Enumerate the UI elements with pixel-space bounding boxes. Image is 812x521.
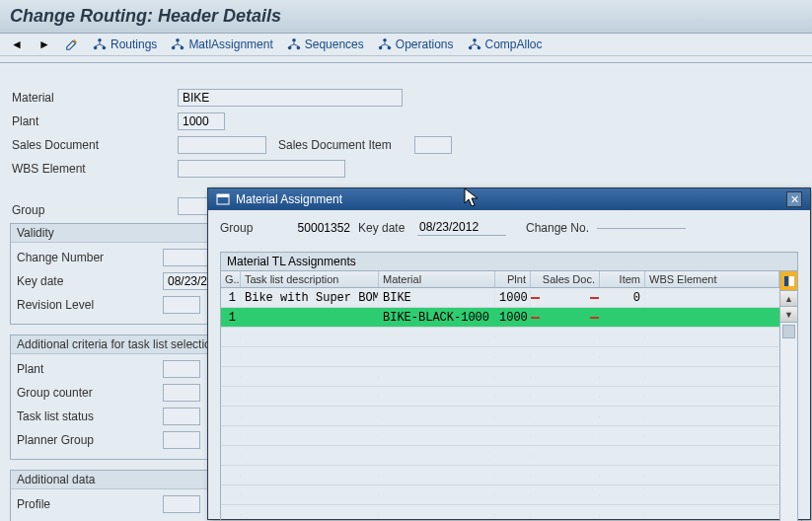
plant-label: Plant xyxy=(10,114,178,128)
planner-group-field[interactable] xyxy=(163,431,200,449)
configure-columns-button[interactable] xyxy=(780,271,797,291)
col-plnt[interactable]: Plnt xyxy=(495,271,531,287)
modal-keydate-label: Key date xyxy=(358,221,409,235)
sales-doc-field[interactable] xyxy=(178,136,266,154)
comp-alloc-label: CompAlloc xyxy=(485,37,543,51)
nav-forward-button[interactable]: ► xyxy=(37,37,51,51)
material-field[interactable] xyxy=(178,89,403,107)
table-row[interactable]: 1BIKE-BLACK-10001000 xyxy=(221,308,779,328)
group-label: Group xyxy=(10,203,178,217)
table-row-empty[interactable] xyxy=(221,505,779,521)
table-row-empty[interactable] xyxy=(221,407,779,426)
svg-point-9 xyxy=(383,38,387,42)
app-toolbar: ◄ ► Routings MatlAssignment Sequences Op… xyxy=(0,34,812,56)
scroll-down-button[interactable]: ▼ xyxy=(780,307,797,323)
ac-plant-label: Plant xyxy=(15,362,163,376)
grid-sidebar: ▲ ▼ xyxy=(780,271,798,521)
sales-doc-item-field[interactable] xyxy=(414,136,452,154)
table-row-empty[interactable] xyxy=(221,485,779,505)
svg-point-12 xyxy=(473,38,477,42)
wbs-field[interactable] xyxy=(178,160,345,178)
table-row[interactable]: 1Bike with Super BOMBIKE10000 xyxy=(221,288,779,308)
svg-point-3 xyxy=(177,38,181,42)
svg-point-7 xyxy=(288,46,292,50)
hierarchy-icon xyxy=(287,37,301,51)
cell-material[interactable]: BIKE xyxy=(379,290,495,306)
col-wbs[interactable]: WBS Element xyxy=(645,271,779,287)
svg-point-14 xyxy=(477,46,480,50)
plant-field[interactable] xyxy=(178,112,225,130)
modal-changeno-label: Change No. xyxy=(526,221,589,235)
nav-back-button[interactable]: ◄ xyxy=(10,37,24,51)
profile-field[interactable] xyxy=(163,495,200,513)
svg-point-10 xyxy=(379,46,383,50)
ac-plant-field[interactable] xyxy=(163,360,200,378)
table-row-empty[interactable] xyxy=(221,328,779,347)
dialog-close-button[interactable]: ✕ xyxy=(786,191,802,207)
routings-button[interactable]: Routings xyxy=(93,37,157,51)
page-title: Change Routing: Header Details xyxy=(0,0,812,34)
material-assignment-dialog: Material Assignment ✕ Group 50001352 Key… xyxy=(207,187,811,520)
group-counter-field[interactable] xyxy=(163,384,200,402)
f4-help-button[interactable] xyxy=(644,318,645,319)
planner-group-label: Planner Group xyxy=(15,433,163,447)
hierarchy-icon xyxy=(171,37,185,51)
cell-wbs[interactable] xyxy=(645,317,779,319)
cell-plnt[interactable]: 1000 xyxy=(495,310,531,326)
svg-rect-16 xyxy=(217,194,229,197)
cell-desc[interactable] xyxy=(241,317,379,319)
svg-point-2 xyxy=(103,46,107,50)
svg-point-1 xyxy=(94,46,98,50)
svg-point-0 xyxy=(98,38,102,42)
table-row-empty[interactable] xyxy=(221,466,779,485)
col-desc[interactable]: Task list description xyxy=(241,271,379,287)
matl-assignment-button[interactable]: MatlAssignment xyxy=(171,37,272,51)
svg-point-11 xyxy=(387,46,391,50)
cell-sales_doc[interactable] xyxy=(531,317,600,319)
cell-sales_doc[interactable] xyxy=(531,297,600,299)
cell-item[interactable] xyxy=(600,317,645,319)
svg-point-4 xyxy=(172,46,176,50)
svg-point-8 xyxy=(296,46,300,50)
table-config-icon xyxy=(783,275,795,287)
table-row-empty[interactable] xyxy=(221,367,779,387)
col-sales-doc[interactable]: Sales Doc. xyxy=(531,271,600,287)
svg-point-6 xyxy=(292,38,296,42)
edit-button[interactable] xyxy=(65,37,79,51)
svg-rect-20 xyxy=(784,276,788,286)
hierarchy-icon xyxy=(93,37,107,51)
revision-level-field[interactable] xyxy=(163,296,200,314)
table-row-empty[interactable] xyxy=(221,387,779,407)
modal-keydate-value[interactable]: 08/23/2012 xyxy=(417,220,506,236)
svg-rect-21 xyxy=(789,276,794,286)
scroll-thumb[interactable] xyxy=(782,325,795,338)
cell-wbs[interactable] xyxy=(645,297,779,299)
hierarchy-icon xyxy=(468,37,481,51)
cell-desc[interactable]: Bike with Super BOM xyxy=(241,290,379,306)
cell-item[interactable]: 0 xyxy=(600,290,645,306)
operations-label: Operations xyxy=(396,37,454,51)
table-row-empty[interactable] xyxy=(221,347,779,367)
operations-button[interactable]: Operations xyxy=(378,37,454,51)
col-item[interactable]: Item xyxy=(600,271,645,287)
matl-assignment-label: MatlAssignment xyxy=(188,37,272,51)
task-list-status-field[interactable] xyxy=(163,408,200,425)
dialog-titlebar[interactable]: Material Assignment ✕ xyxy=(208,188,810,210)
cell-g[interactable]: 1 xyxy=(221,310,241,326)
sales-doc-item-label: Sales Document Item xyxy=(266,138,414,152)
modal-changeno-value[interactable] xyxy=(597,227,686,229)
scroll-track[interactable] xyxy=(780,323,797,521)
cell-g[interactable]: 1 xyxy=(221,290,241,306)
table-row-empty[interactable] xyxy=(221,446,779,466)
col-material[interactable]: Material xyxy=(379,271,495,287)
cell-material[interactable]: BIKE-BLACK-1000 xyxy=(379,310,495,326)
svg-point-5 xyxy=(181,46,185,50)
group-counter-label: Group counter xyxy=(15,386,163,400)
table-row-empty[interactable] xyxy=(221,426,779,446)
tl-assignments-grid: Material TL Assignments G.. Task list de… xyxy=(220,252,798,521)
cell-plnt[interactable]: 1000 xyxy=(495,290,531,306)
scroll-up-button[interactable]: ▲ xyxy=(780,291,797,307)
sequences-button[interactable]: Sequences xyxy=(287,37,364,51)
col-g[interactable]: G.. xyxy=(221,271,241,287)
comp-alloc-button[interactable]: CompAlloc xyxy=(468,37,543,51)
